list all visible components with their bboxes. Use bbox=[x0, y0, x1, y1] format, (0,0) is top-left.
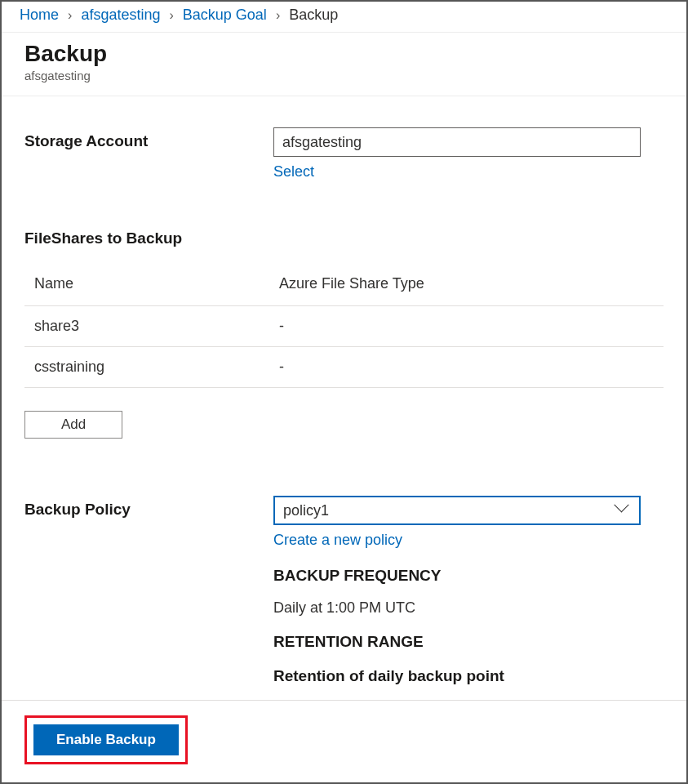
cell-name: share3 bbox=[24, 306, 269, 347]
fileshares-table: Name Azure File Share Type share3 - csst… bbox=[24, 267, 664, 388]
page-title: Backup bbox=[24, 41, 664, 67]
backup-frequency-heading: BACKUP FREQUENCY bbox=[273, 567, 664, 585]
retention-daily-subheading: Retention of daily backup point bbox=[273, 667, 664, 685]
chevron-down-icon bbox=[616, 503, 631, 518]
cell-type: - bbox=[269, 347, 664, 388]
chevron-right-icon: › bbox=[68, 8, 72, 23]
policy-dropdown[interactable]: policy1 bbox=[273, 496, 641, 525]
highlight-annotation: Enable Backup bbox=[24, 715, 188, 764]
table-row[interactable]: csstraining - bbox=[24, 347, 664, 388]
select-storage-link[interactable]: Select bbox=[273, 163, 314, 180]
storage-account-field: Storage Account Select bbox=[24, 127, 664, 180]
page-header: Backup afsgatesting bbox=[2, 33, 686, 96]
breadcrumb: Home › afsgatesting › Backup Goal › Back… bbox=[2, 2, 686, 33]
enable-backup-button[interactable]: Enable Backup bbox=[33, 724, 179, 755]
page-subtitle: afsgatesting bbox=[24, 69, 664, 82]
cell-type: - bbox=[269, 306, 664, 347]
breadcrumb-current: Backup bbox=[289, 7, 338, 23]
backup-policy-field: Backup Policy policy1 Create a new polic… bbox=[24, 496, 664, 717]
chevron-right-icon: › bbox=[276, 8, 280, 23]
create-policy-link[interactable]: Create a new policy bbox=[273, 532, 402, 549]
cell-name: csstraining bbox=[24, 347, 269, 388]
backup-frequency-text: Daily at 1:00 PM UTC bbox=[273, 599, 664, 617]
column-header-type: Azure File Share Type bbox=[269, 267, 664, 306]
storage-account-input[interactable] bbox=[273, 127, 641, 157]
breadcrumb-home[interactable]: Home bbox=[20, 7, 59, 23]
chevron-right-icon: › bbox=[169, 8, 173, 23]
policy-selected-value: policy1 bbox=[283, 502, 329, 519]
footer-bar: Enable Backup bbox=[2, 700, 686, 782]
add-button[interactable]: Add bbox=[24, 411, 122, 439]
storage-account-label: Storage Account bbox=[24, 127, 273, 150]
backup-policy-label: Backup Policy bbox=[24, 496, 273, 519]
breadcrumb-afsgatesting[interactable]: afsgatesting bbox=[81, 7, 160, 23]
retention-range-heading: RETENTION RANGE bbox=[273, 633, 664, 651]
table-row[interactable]: share3 - bbox=[24, 306, 664, 347]
column-header-name: Name bbox=[24, 267, 269, 306]
fileshares-section-title: FileShares to Backup bbox=[24, 229, 664, 247]
breadcrumb-backup-goal[interactable]: Backup Goal bbox=[183, 7, 267, 23]
